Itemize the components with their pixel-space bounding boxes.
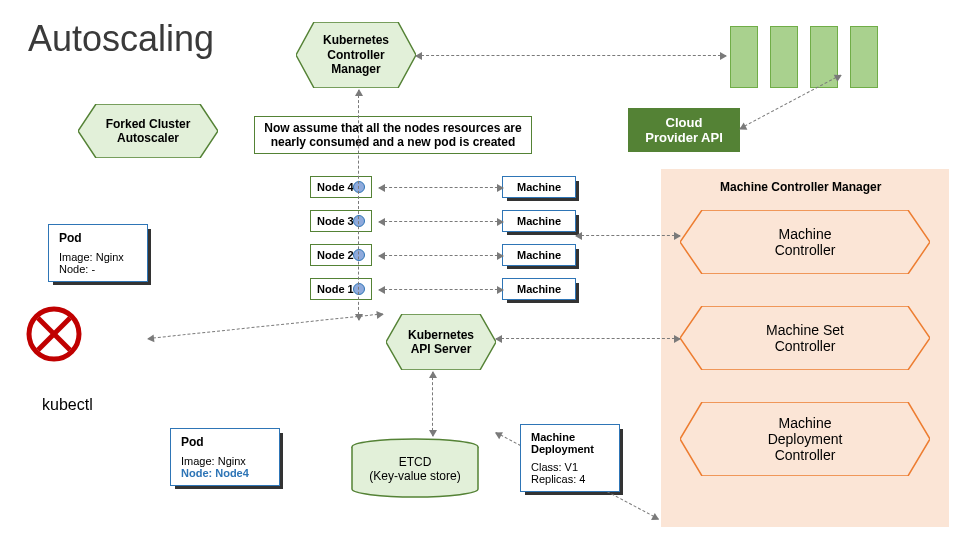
deployment-title: Machine Deployment [531,431,609,455]
machine-controller-label: Machine Controller [775,226,836,258]
node-1: Node 1 [310,278,372,300]
pod2-title: Pod [181,435,269,449]
machine-deployment-spec: Machine Deployment Class: V1 Replicas: 4 [520,424,620,492]
cloud-provider-api: Cloud Provider API [628,108,740,152]
k8s-controller-manager-label: Kubernetes Controller Manager [319,29,393,80]
kubectl-label: kubectl [42,396,93,414]
machine-set-controller-label: Machine Set Controller [766,322,844,354]
rejected-icon [26,306,82,362]
connector [379,221,503,222]
machine-1: Machine [502,278,576,300]
connector [496,338,680,339]
pod2-node: Node: Node4 [181,467,269,479]
k8s-api-server: Kubernetes API Server [386,314,496,370]
node-4: Node 4 [310,176,372,198]
connector [379,255,503,256]
vm-bar-2 [770,26,798,88]
machine-deployment-controller-label: Machine Deployment Controller [768,415,843,463]
connector [416,55,726,56]
forked-cluster-autoscaler-label: Forked Cluster Autoscaler [102,113,195,150]
machine-set-controller: Machine Set Controller [680,306,930,370]
forked-cluster-autoscaler: Forked Cluster Autoscaler [78,104,218,158]
vm-bar-4 [850,26,878,88]
node-3: Node 3 [310,210,372,232]
etcd-label: ETCD (Key-value store) [350,455,480,483]
machine-controller: Machine Controller [680,210,930,274]
connector [148,313,383,339]
scenario-note-text: Now assume that all the nodes resources … [264,121,521,149]
node-2: Node 2 [310,244,372,266]
connector [432,372,433,436]
vm-bar-1 [730,26,758,88]
pod1-image: Image: Nginx [59,251,137,263]
deployment-class: Class: V1 [531,461,609,473]
k8s-controller-manager: Kubernetes Controller Manager [296,22,416,88]
machine-deployment-controller: Machine Deployment Controller [680,402,930,476]
machine-4: Machine [502,176,576,198]
pod-spec-2: Pod Image: Nginx Node: Node4 [170,428,280,486]
connector [379,289,503,290]
connector [358,90,359,320]
deployment-replicas: Replicas: 4 [531,473,609,485]
pod-spec-1: Pod Image: Nginx Node: - [48,224,148,282]
page-title: Autoscaling [28,18,214,60]
connector [576,235,680,236]
machine-3: Machine [502,210,576,232]
cloud-provider-api-label: Cloud Provider API [645,115,723,145]
connector [379,187,503,188]
machine-2: Machine [502,244,576,266]
etcd-store: ETCD (Key-value store) [350,438,480,498]
api-server-label: Kubernetes API Server [408,328,474,356]
pod2-image: Image: Nginx [181,455,269,467]
pod1-title: Pod [59,231,137,245]
machine-controller-manager-label: Machine Controller Manager [720,180,881,194]
pod1-node: Node: - [59,263,137,275]
scenario-note: Now assume that all the nodes resources … [254,116,532,154]
